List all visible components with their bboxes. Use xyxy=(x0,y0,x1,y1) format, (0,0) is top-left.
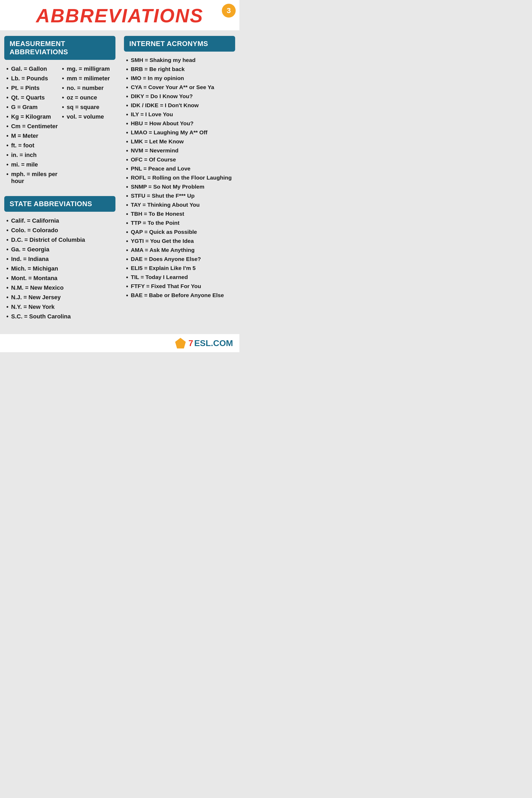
logo-number: 7 xyxy=(188,338,193,348)
logo-icon xyxy=(175,338,186,348)
list-item: Gal. = Gallon xyxy=(6,64,60,74)
state-section: STATE ABBREVIATIONS Calif. = California … xyxy=(4,196,115,321)
main-content: MEASUREMENT ABBREVIATIONS Gal. = GallonL… xyxy=(0,31,240,331)
list-item: DAE = Does Anyone Else? xyxy=(126,255,235,264)
list-item: CYA = Cover Your A** or See Ya xyxy=(126,83,235,92)
internet-section: INTERNET ACRONYMS SMH = Shaking my headB… xyxy=(124,36,235,300)
measurement-section: MEASUREMENT ABBREVIATIONS Gal. = GallonL… xyxy=(4,36,115,191)
list-item: LMK = Let Me Know xyxy=(126,137,235,146)
measurement-list-2: mg. = milligrammm = milimeterno. = numbe… xyxy=(60,64,115,121)
list-item: TIL = Today I Learned xyxy=(126,273,235,282)
list-item: OFC = Of Course xyxy=(126,155,235,165)
list-item: mi. = mile xyxy=(6,160,60,169)
list-item: LMAO = Laughing My A** Off xyxy=(126,128,235,137)
right-column: INTERNET ACRONYMS SMH = Shaking my headB… xyxy=(120,31,240,331)
list-item: in. = inch xyxy=(6,150,60,160)
list-item: SMH = Shaking my head xyxy=(126,56,235,65)
list-item: G = Gram xyxy=(6,102,60,112)
list-item: AMA = Ask Me Anything xyxy=(126,246,235,255)
measurement-columns: Gal. = GallonLb. = PoundsPt. = PintsQt. … xyxy=(4,64,115,191)
measurement-col2: mg. = milligrammm = milimeterno. = numbe… xyxy=(60,64,115,191)
list-item: IDK / IDKE = I Don't Know xyxy=(126,101,235,110)
left-column: MEASUREMENT ABBREVIATIONS Gal. = GallonL… xyxy=(0,31,120,331)
list-item: S.C. = South Carolina xyxy=(6,312,115,321)
list-item: TAY = Thinking About You xyxy=(126,201,235,210)
list-item: N.Y. = New York xyxy=(6,302,115,312)
list-item: N.J. = New Jersey xyxy=(6,292,115,302)
list-item: D.C. = District of Columbia xyxy=(6,235,115,245)
list-item: TTP = To the Point xyxy=(126,218,235,228)
list-item: BRB = Be right back xyxy=(126,65,235,74)
internet-list: SMH = Shaking my headBRB = Be right back… xyxy=(124,56,235,300)
list-item: no. = number xyxy=(62,83,115,93)
list-item: Mont. = Montana xyxy=(6,273,115,283)
list-item: Pt. = Pints xyxy=(6,83,60,93)
list-item: PNL = Peace and Love xyxy=(126,165,235,173)
list-item: Ga. = Georgia xyxy=(6,245,115,254)
page-title: ABBREVIATIONS xyxy=(5,5,234,26)
list-item: DIKY = Do I Know You? xyxy=(126,92,235,101)
list-item: oz = ounce xyxy=(62,93,115,102)
list-item: ROFL = Rolling on the Floor Laughing xyxy=(126,173,235,183)
logo-text: ESL.COM xyxy=(194,338,233,348)
list-item: mm = milimeter xyxy=(62,74,115,83)
list-item: Cm = Centimeter xyxy=(6,121,60,131)
state-list: Calif. = California Colo. = ColoradoD.C.… xyxy=(4,216,115,321)
header: ABBREVIATIONS 3 xyxy=(0,0,240,31)
internet-header: INTERNET ACRONYMS xyxy=(124,36,235,52)
list-item: Kg = Kilogram xyxy=(6,112,60,121)
list-item: Mich. = Michigan xyxy=(6,264,115,273)
list-item: sq = square xyxy=(62,102,115,112)
list-item: N.M. = New Mexico xyxy=(6,283,115,292)
list-item: NVM = Nevermind xyxy=(126,146,235,155)
list-item: ILY = I Love You xyxy=(126,110,235,119)
list-item: mph. = miles per hour xyxy=(6,169,60,186)
measurement-header: MEASUREMENT ABBREVIATIONS xyxy=(4,36,115,60)
list-item: STFU = Shut the F*** Up xyxy=(126,191,235,201)
list-item: TBH = To Be Honest xyxy=(126,210,235,218)
list-item: YGTI = You Get the Idea xyxy=(126,237,235,246)
page-badge: 3 xyxy=(222,4,236,18)
list-item: Calif. = California xyxy=(6,216,115,226)
list-item: Ind. = Indiana xyxy=(6,254,115,264)
measurement-list-1: Gal. = GallonLb. = PoundsPt. = PintsQt. … xyxy=(4,64,60,186)
measurement-col1: Gal. = GallonLb. = PoundsPt. = PintsQt. … xyxy=(4,64,60,191)
list-item: Colo. = Colorado xyxy=(6,226,115,235)
list-item: SNMP = So Not My Problem xyxy=(126,183,235,191)
list-item: ft. = foot xyxy=(6,141,60,150)
list-item: Lb. = Pounds xyxy=(6,74,60,83)
page: ABBREVIATIONS 3 MEASUREMENT ABBREVIATION… xyxy=(0,0,240,352)
list-item: FTFY = Fixed That For You xyxy=(126,282,235,291)
list-item: vol. = volume xyxy=(62,112,115,121)
state-header: STATE ABBREVIATIONS xyxy=(4,196,115,212)
list-item: HBU = How About You? xyxy=(126,119,235,128)
list-item: Qt. = Quarts xyxy=(6,93,60,102)
list-item: ELI5 = Explain Like I'm 5 xyxy=(126,264,235,273)
logo: 7 ESL.COM xyxy=(175,338,233,348)
list-item: IMO = In my opinion xyxy=(126,74,235,83)
logo-bar: 7 ESL.COM xyxy=(0,334,240,352)
list-item: M = Meter xyxy=(6,131,60,141)
list-item: BAE = Babe or Before Anyone Else xyxy=(126,291,235,300)
list-item: QAP = Quick as Possible xyxy=(126,228,235,237)
list-item: mg. = milligram xyxy=(62,64,115,74)
